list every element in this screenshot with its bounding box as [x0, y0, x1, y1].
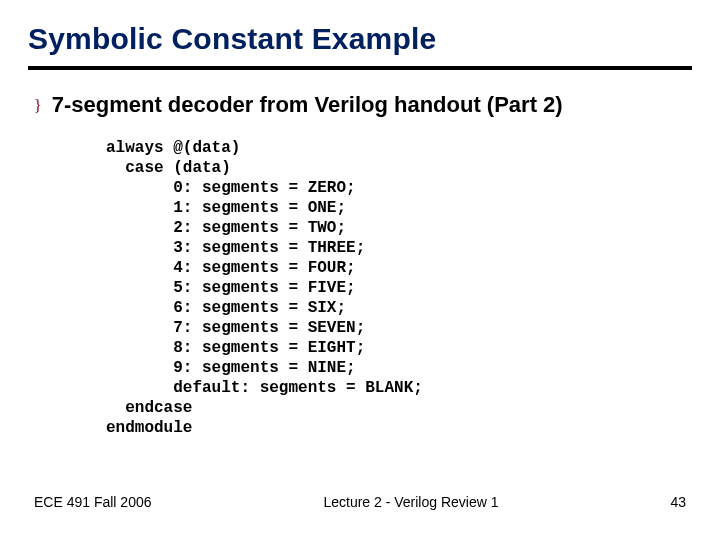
title-divider	[28, 66, 692, 70]
body-text: 7-segment decoder from Verilog handout (…	[52, 92, 563, 118]
bullet-line: } 7-segment decoder from Verilog handout…	[34, 92, 692, 120]
code-block: always @(data) case (data) 0: segments =…	[106, 138, 692, 438]
slide: Symbolic Constant Example } 7-segment de…	[0, 0, 720, 540]
page-title: Symbolic Constant Example	[28, 22, 692, 56]
footer-left: ECE 491 Fall 2006	[34, 494, 152, 510]
footer-center: Lecture 2 - Verilog Review 1	[152, 494, 671, 510]
footer: ECE 491 Fall 2006 Lecture 2 - Verilog Re…	[0, 494, 720, 510]
bullet-icon: }	[34, 92, 42, 120]
footer-right: 43	[670, 494, 686, 510]
